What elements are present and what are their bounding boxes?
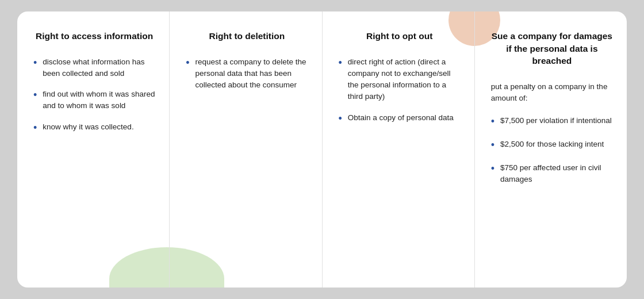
column-opt-out: Right to opt outdirect right of action (… — [323, 12, 475, 288]
list-item: $7,500 per violation if intentional — [491, 115, 613, 129]
column-title-sue: Sue a company for damages if the persona… — [491, 30, 613, 67]
bullet-list-deletition: request a company to delete the personal… — [186, 56, 308, 91]
column-title-access: Right to access information — [33, 30, 155, 43]
list-item: find out with whom it was shared and to … — [33, 89, 155, 112]
bullet-list-opt-out: direct right of action (direct a company… — [339, 56, 461, 126]
column-sue: Sue a company for damages if the persona… — [475, 12, 627, 288]
list-item: request a company to delete the personal… — [186, 56, 308, 91]
list-item: know why it was collected. — [33, 121, 155, 136]
column-title-deletition: Right to deletition — [186, 30, 308, 43]
bullet-list-access: disclose what information has been colle… — [33, 56, 155, 136]
list-item: $750 per affected user in civil damages — [491, 162, 613, 186]
bullet-list-sue: $7,500 per violation if intentional$2,50… — [491, 115, 613, 186]
list-item: $2,500 for those lacking intent — [491, 139, 613, 153]
column-deletition: Right to deletitionrequest a company to … — [170, 12, 322, 288]
column-access: Right to access informationdisclose what… — [17, 12, 170, 288]
list-item: direct right of action (direct a company… — [339, 56, 461, 103]
main-card: Right to access informationdisclose what… — [17, 12, 627, 288]
column-title-opt-out: Right to opt out — [339, 30, 461, 43]
column-subtitle-sue: put a penalty on a company in the amount… — [491, 81, 613, 105]
list-item: disclose what information has been colle… — [33, 56, 155, 80]
list-item: Obtain a copy of personal data — [339, 112, 461, 126]
